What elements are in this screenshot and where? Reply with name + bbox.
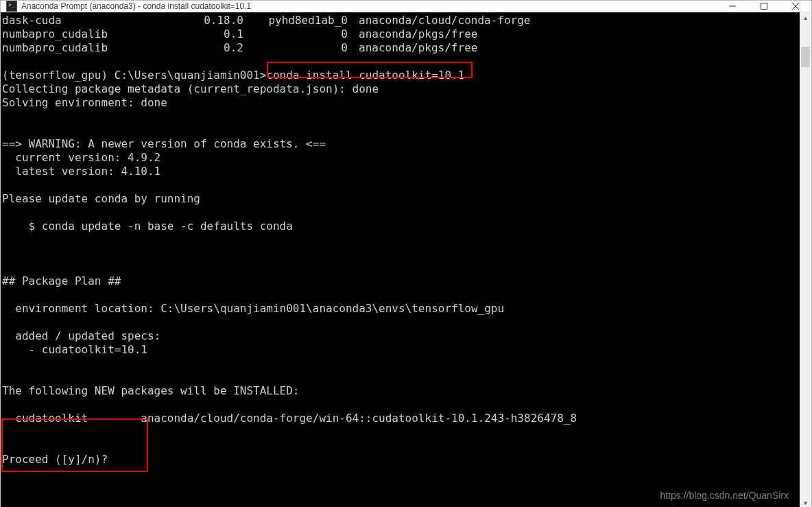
terminal-output[interactable]: dask-cuda0.18.0pyhd8ed1ab_0anaconda/clou… [1,12,800,507]
maximize-button[interactable] [748,1,780,12]
added-specs: added / updated specs: [2,329,160,342]
output-line: Solving environment: done [2,96,167,109]
new-packages: The following NEW packages will be INSTA… [2,384,299,397]
vertical-scrollbar[interactable]: ▲ ▼ [800,12,811,507]
title-bar[interactable]: Anaconda Prompt (anaconda3) - conda inst… [1,1,811,12]
output-line: Please update conda by running [2,192,200,205]
prompt-command: conda install cudatoolkit=10.1 [266,69,464,82]
scroll-up-button[interactable]: ▲ [800,12,811,24]
warning-current: current version: 4.9.2 [2,151,160,164]
terminal-area: dask-cuda0.18.0pyhd8ed1ab_0anaconda/clou… [1,12,811,507]
window-title: Anaconda Prompt (anaconda3) - conda inst… [21,1,717,11]
prompt-prefix: (tensorflow_gpu) C:\Users\quanjiamin001> [2,69,266,82]
warning-head: ==> WARNING: A newer version of conda ex… [2,137,326,150]
pkg-row: dask-cuda0.18.0pyhd8ed1ab_0anaconda/clou… [2,14,798,27]
plan-header: ## Package Plan ## [2,274,121,287]
update-cmd: $ conda update -n base -c defaults conda [2,220,293,233]
watermark: https://blog.csdn.net/QuanSirx [660,488,789,502]
spec-item: - cudatoolkit=10.1 [2,343,147,356]
env-location: environment location: C:\Users\quanjiami… [2,302,504,315]
proceed-prompt[interactable]: Proceed ([y]/n)? [2,453,115,466]
output-line: Collecting package metadata (current_rep… [2,82,379,95]
scroll-down-button[interactable]: ▼ [800,497,811,507]
install-line: cudatoolkit anaconda/cloud/conda-forge/w… [2,412,577,425]
window-controls [717,1,811,12]
window-frame: Anaconda Prompt (anaconda3) - conda inst… [0,0,812,507]
scroll-thumb[interactable] [801,47,810,67]
minimize-button[interactable] [717,1,748,12]
pkg-row: numbapro_cudalib0.10anaconda/pkgs/free [2,27,798,41]
svg-rect-1 [761,3,767,10]
terminal-icon [6,1,17,12]
pkg-row: numbapro_cudalib0.20anaconda/pkgs/free [2,41,798,55]
close-button[interactable] [780,1,811,12]
warning-latest: latest version: 4.10.1 [2,165,160,178]
